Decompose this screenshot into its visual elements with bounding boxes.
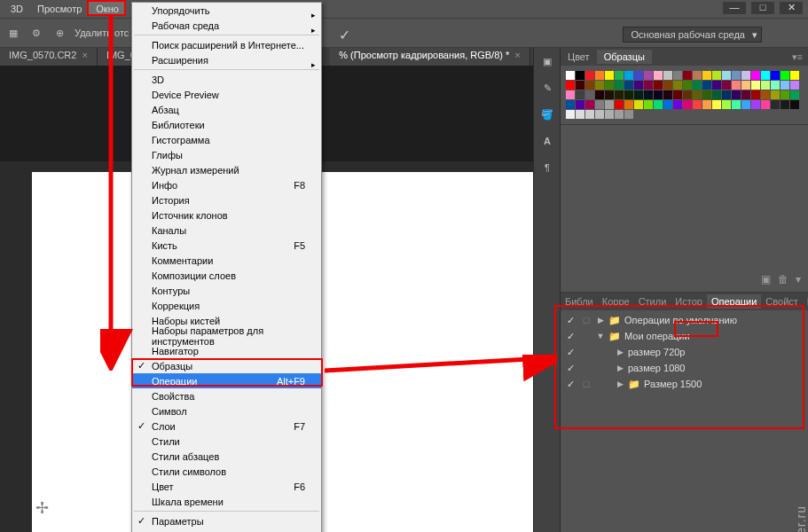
- marquee-icon[interactable]: ▣: [534, 48, 561, 74]
- menu-item[interactable]: Стили символов: [132, 464, 321, 479]
- menu-window[interactable]: Окно: [89, 2, 126, 16]
- swatch[interactable]: [576, 90, 584, 99]
- swatch[interactable]: [566, 81, 575, 90]
- swatch[interactable]: [644, 81, 653, 90]
- swatch[interactable]: [673, 81, 682, 90]
- gear-icon[interactable]: ⚙: [28, 25, 44, 41]
- target-icon[interactable]: ⊕: [51, 25, 67, 41]
- actions-tree[interactable]: ✓□▶📁Операции по умолчанию✓▼📁Мои операции…: [561, 310, 808, 399]
- menu-item[interactable]: Упорядочить: [132, 3, 321, 18]
- document-tab[interactable]: % (Просмотр кадрирования, RGB/8) *×: [330, 48, 530, 66]
- swatch[interactable]: [605, 110, 614, 119]
- swatch[interactable]: [790, 100, 799, 109]
- swatch[interactable]: [693, 71, 702, 80]
- swatch[interactable]: [683, 90, 692, 99]
- action-row[interactable]: ✓□▶📁Операции по умолчанию: [561, 312, 808, 328]
- action-row[interactable]: ✓▶размер 720p: [561, 344, 808, 360]
- panel-tab[interactable]: Истор: [671, 294, 707, 309]
- menu-item[interactable]: Контуры: [132, 283, 321, 298]
- toggle-check[interactable]: ✓: [564, 331, 577, 342]
- swatch[interactable]: [702, 71, 711, 80]
- swatch[interactable]: [576, 100, 584, 109]
- swatch[interactable]: [722, 100, 731, 109]
- swatch[interactable]: [732, 81, 741, 90]
- swatch[interactable]: [634, 100, 643, 109]
- swatch[interactable]: [644, 100, 653, 109]
- type-icon[interactable]: A: [534, 128, 561, 154]
- swatch[interactable]: [683, 100, 692, 109]
- swatch[interactable]: [663, 100, 672, 109]
- swatch[interactable]: [741, 100, 750, 109]
- swatch[interactable]: [771, 100, 780, 109]
- swatch[interactable]: [644, 71, 653, 80]
- menu-item[interactable]: Библиотеки: [132, 117, 321, 132]
- swatch[interactable]: [605, 90, 614, 99]
- menu-item[interactable]: Композиции слоев: [132, 268, 321, 283]
- panel-menu-icon[interactable]: ▾: [796, 273, 801, 286]
- swatch[interactable]: [781, 90, 789, 99]
- swatch[interactable]: [566, 90, 575, 99]
- swatch[interactable]: [585, 90, 594, 99]
- swatch[interactable]: [605, 81, 614, 90]
- swatch[interactable]: [615, 81, 624, 90]
- panel-tab[interactable]: Корре: [598, 294, 634, 309]
- swatch[interactable]: [585, 110, 594, 119]
- swatch[interactable]: [566, 110, 575, 119]
- swatch[interactable]: [712, 90, 721, 99]
- swatch[interactable]: [576, 71, 584, 80]
- color-tab[interactable]: Цвет: [561, 50, 597, 64]
- bucket-icon[interactable]: 🪣: [534, 101, 561, 128]
- menu-view[interactable]: Просмотр: [30, 2, 89, 16]
- swatches-tab[interactable]: Образцы: [597, 50, 652, 64]
- swatch[interactable]: [663, 71, 672, 80]
- swatch[interactable]: [702, 81, 711, 90]
- paragraph-icon[interactable]: ¶: [534, 154, 561, 181]
- swatch[interactable]: [722, 90, 731, 99]
- action-row[interactable]: ✓□▶📁Размер 1500: [561, 376, 808, 392]
- swatch[interactable]: [751, 81, 760, 90]
- swatch[interactable]: [595, 81, 604, 90]
- menu-item[interactable]: Символ: [132, 403, 321, 419]
- menu-item[interactable]: 3D: [132, 72, 321, 87]
- swatch[interactable]: [761, 90, 770, 99]
- swatch[interactable]: [654, 71, 663, 80]
- swatch[interactable]: [673, 100, 682, 109]
- dialog-toggle[interactable]: □: [580, 315, 592, 325]
- swatch[interactable]: [771, 90, 780, 99]
- disclosure-icon[interactable]: ▶: [596, 316, 605, 325]
- swatch[interactable]: [624, 110, 633, 119]
- panel-tab[interactable]: Свойст: [761, 294, 802, 309]
- menu-item[interactable]: ✓Параметры: [132, 513, 321, 528]
- swatch[interactable]: [595, 90, 604, 99]
- swatch[interactable]: [693, 90, 702, 99]
- swatch[interactable]: [576, 110, 584, 119]
- swatch[interactable]: [790, 71, 799, 80]
- menu-item[interactable]: Гистограмма: [132, 132, 321, 147]
- commit-crop-button[interactable]: ✓: [335, 27, 353, 44]
- toggle-check[interactable]: ✓: [564, 347, 577, 358]
- swatch[interactable]: [702, 100, 711, 109]
- menu-item[interactable]: ✓Инструменты: [132, 528, 321, 532]
- swatch[interactable]: [693, 100, 702, 109]
- new-set-icon[interactable]: ▣: [761, 273, 771, 286]
- swatch[interactable]: [663, 81, 672, 90]
- swatch[interactable]: [595, 71, 604, 80]
- swatch[interactable]: [790, 90, 799, 99]
- swatch[interactable]: [663, 90, 672, 99]
- swatch[interactable]: [605, 71, 614, 80]
- menu-item[interactable]: Стили: [132, 434, 321, 449]
- menu-item[interactable]: Источник клонов: [132, 207, 321, 223]
- swatch[interactable]: [751, 90, 760, 99]
- swatch[interactable]: [761, 71, 770, 80]
- swatch[interactable]: [761, 100, 770, 109]
- panel-tab[interactable]: Библи: [561, 294, 598, 309]
- swatch[interactable]: [595, 110, 604, 119]
- document-tab[interactable]: IMG_0570.CR2×: [0, 48, 98, 66]
- delete-cropped-checkbox[interactable]: Удалить отс: [75, 27, 129, 38]
- swatch[interactable]: [566, 100, 575, 109]
- swatch[interactable]: [722, 71, 731, 80]
- menu-item[interactable]: ИнфоF8: [132, 177, 321, 192]
- swatch[interactable]: [654, 81, 663, 90]
- swatch[interactable]: [683, 71, 692, 80]
- swatch[interactable]: [615, 110, 624, 119]
